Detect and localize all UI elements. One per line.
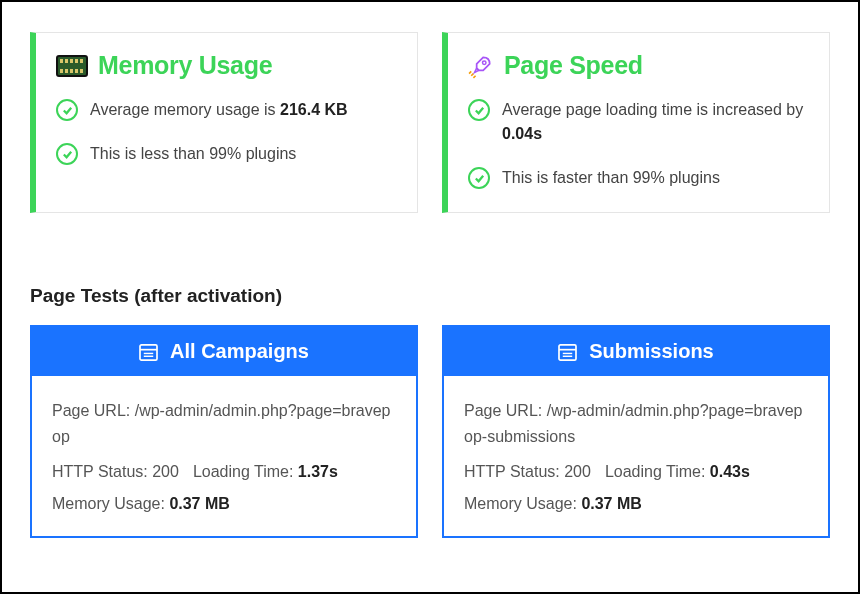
test-http-status: HTTP Status: 200 xyxy=(464,459,591,485)
test-page-url: Page URL: /wp-admin/admin.php?page=brave… xyxy=(52,398,396,449)
memory-usage-comparison-line: This is less than 99% plugins xyxy=(56,142,397,166)
test-card-title: All Campaigns xyxy=(170,340,309,363)
page-speed-average-line: Average page loading time is increased b… xyxy=(468,98,809,146)
memory-usage-average-text: Average memory usage is 216.4 KB xyxy=(90,98,397,122)
test-card-all-campaigns: All Campaigns Page URL: /wp-admin/admin.… xyxy=(30,325,418,538)
check-circle-icon xyxy=(468,167,490,189)
test-stats-row: HTTP Status: 200 Loading Time: 0.43s xyxy=(464,459,808,485)
page-speed-title-row: Page Speed xyxy=(468,51,809,80)
test-card-body: Page URL: /wp-admin/admin.php?page=brave… xyxy=(32,376,416,536)
memory-usage-title-row: Memory Usage xyxy=(56,51,397,80)
test-stats-row: HTTP Status: 200 Loading Time: 1.37s xyxy=(52,459,396,485)
test-card-title: Submissions xyxy=(589,340,713,363)
test-loading-time: Loading Time: 1.37s xyxy=(193,459,338,485)
page-speed-card: Page Speed Average page loading time is … xyxy=(442,32,830,213)
check-circle-icon xyxy=(56,143,78,165)
test-memory-usage: Memory Usage: 0.37 MB xyxy=(464,491,808,517)
test-memory-usage: Memory Usage: 0.37 MB xyxy=(52,491,396,517)
memory-usage-title: Memory Usage xyxy=(98,51,272,80)
ram-chip-icon xyxy=(56,55,88,77)
memory-usage-comparison-text: This is less than 99% plugins xyxy=(90,142,397,166)
page-speed-average-text: Average page loading time is increased b… xyxy=(502,98,809,146)
rocket-icon xyxy=(468,53,494,79)
check-circle-icon xyxy=(468,99,490,121)
page-speed-title: Page Speed xyxy=(504,51,643,80)
svg-rect-5 xyxy=(559,345,576,360)
test-page-url: Page URL: /wp-admin/admin.php?page=brave… xyxy=(464,398,808,449)
page-speed-comparison-text: This is faster than 99% plugins xyxy=(502,166,809,190)
browser-window-icon xyxy=(558,343,577,360)
page-speed-comparison-line: This is faster than 99% plugins xyxy=(468,166,809,190)
memory-usage-card: Memory Usage Average memory usage is 216… xyxy=(30,32,418,213)
check-circle-icon xyxy=(56,99,78,121)
test-card-body: Page URL: /wp-admin/admin.php?page=brave… xyxy=(444,376,828,536)
svg-rect-1 xyxy=(140,345,157,360)
test-loading-time: Loading Time: 0.43s xyxy=(605,459,750,485)
test-card-submissions: Submissions Page URL: /wp-admin/admin.ph… xyxy=(442,325,830,538)
test-card-header: All Campaigns xyxy=(32,327,416,376)
test-http-status: HTTP Status: 200 xyxy=(52,459,179,485)
test-card-header: Submissions xyxy=(444,327,828,376)
memory-usage-average-line: Average memory usage is 216.4 KB xyxy=(56,98,397,122)
svg-point-0 xyxy=(483,61,486,64)
browser-window-icon xyxy=(139,343,158,360)
page-tests-section-title: Page Tests (after activation) xyxy=(30,285,830,307)
